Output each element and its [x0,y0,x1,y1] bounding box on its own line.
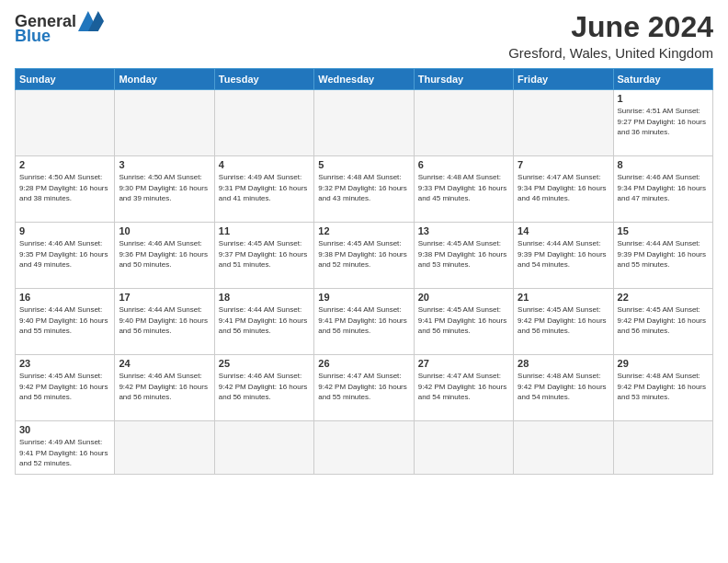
month-title: June 2024 [508,11,713,43]
calendar-day-cell: 25Sunrise: 4:46 AM Sunset: 9:42 PM Dayli… [214,355,313,421]
day-number: 20 [418,292,509,303]
day-number: 10 [119,225,210,236]
day-number: 19 [318,292,409,303]
day-number: 11 [219,225,310,236]
day-info: Sunrise: 4:44 AM Sunset: 9:39 PM Dayligh… [518,238,609,270]
calendar-day-cell: 27Sunrise: 4:47 AM Sunset: 9:42 PM Dayli… [414,355,513,421]
calendar-day-cell: 10Sunrise: 4:46 AM Sunset: 9:36 PM Dayli… [115,223,214,289]
day-number: 26 [318,358,409,369]
calendar-day-cell: 29Sunrise: 4:48 AM Sunset: 9:42 PM Dayli… [613,355,712,421]
day-info: Sunrise: 4:45 AM Sunset: 9:37 PM Dayligh… [219,238,310,270]
col-monday: Monday [115,69,214,90]
col-sunday: Sunday [16,69,115,90]
calendar-day-cell [214,421,313,475]
day-info: Sunrise: 4:46 AM Sunset: 9:35 PM Dayligh… [19,238,110,270]
calendar-day-cell: 7Sunrise: 4:47 AM Sunset: 9:34 PM Daylig… [514,156,613,223]
day-info: Sunrise: 4:49 AM Sunset: 9:31 PM Dayligh… [219,172,310,204]
day-number: 25 [219,358,310,369]
day-info: Sunrise: 4:47 AM Sunset: 9:42 PM Dayligh… [418,371,509,403]
day-number: 28 [518,358,609,369]
day-info: Sunrise: 4:46 AM Sunset: 9:34 PM Dayligh… [618,172,709,204]
day-info: Sunrise: 4:44 AM Sunset: 9:41 PM Dayligh… [219,304,310,337]
calendar-day-cell [314,90,414,156]
day-info: Sunrise: 4:48 AM Sunset: 9:32 PM Dayligh… [318,172,409,204]
calendar-day-cell: 15Sunrise: 4:44 AM Sunset: 9:39 PM Dayli… [613,223,712,289]
day-number: 5 [318,159,409,170]
day-info: Sunrise: 4:44 AM Sunset: 9:40 PM Dayligh… [19,304,110,337]
calendar-day-cell: 28Sunrise: 4:48 AM Sunset: 9:42 PM Dayli… [514,355,613,421]
header: General Blue June 2024 Gresford, Wales, … [15,11,713,61]
calendar-day-cell [613,421,712,475]
calendar-day-cell: 26Sunrise: 4:47 AM Sunset: 9:42 PM Dayli… [314,355,414,421]
day-number: 14 [518,225,609,236]
calendar-day-cell [414,421,513,475]
day-number: 8 [618,159,709,170]
logo-icon [78,11,104,31]
title-block: June 2024 Gresford, Wales, United Kingdo… [508,11,713,61]
day-number: 1 [618,93,709,104]
day-number: 24 [119,358,210,369]
day-number: 4 [219,159,310,170]
day-number: 16 [19,292,110,303]
day-info: Sunrise: 4:45 AM Sunset: 9:42 PM Dayligh… [19,371,110,403]
calendar-day-cell: 16Sunrise: 4:44 AM Sunset: 9:40 PM Dayli… [16,289,115,355]
calendar-day-cell: 1Sunrise: 4:51 AM Sunset: 9:27 PM Daylig… [613,90,712,156]
day-number: 27 [418,358,509,369]
day-number: 2 [19,159,110,170]
col-friday: Friday [514,69,613,90]
logo-blue-text: Blue [15,28,51,44]
col-tuesday: Tuesday [214,69,313,90]
calendar-day-cell: 9Sunrise: 4:46 AM Sunset: 9:35 PM Daylig… [16,223,115,289]
calendar-day-cell: 22Sunrise: 4:45 AM Sunset: 9:42 PM Dayli… [613,289,712,355]
logo: General Blue [15,11,104,44]
col-thursday: Thursday [414,69,513,90]
calendar-day-cell: 19Sunrise: 4:44 AM Sunset: 9:41 PM Dayli… [314,289,414,355]
day-info: Sunrise: 4:45 AM Sunset: 9:38 PM Dayligh… [418,238,509,270]
calendar-week-row: 30Sunrise: 4:49 AM Sunset: 9:41 PM Dayli… [16,421,713,475]
day-number: 7 [518,159,609,170]
day-number: 22 [618,292,709,303]
page: General Blue June 2024 Gresford, Wales, … [0,0,728,484]
calendar-day-cell [314,421,414,475]
day-number: 18 [219,292,310,303]
calendar-day-cell [16,90,115,156]
day-number: 13 [418,225,509,236]
day-info: Sunrise: 4:46 AM Sunset: 9:42 PM Dayligh… [219,371,310,403]
day-info: Sunrise: 4:44 AM Sunset: 9:41 PM Dayligh… [318,304,409,337]
day-info: Sunrise: 4:46 AM Sunset: 9:36 PM Dayligh… [119,238,210,270]
day-number: 15 [618,225,709,236]
day-number: 21 [518,292,609,303]
day-number: 12 [318,225,409,236]
day-number: 6 [418,159,509,170]
day-info: Sunrise: 4:44 AM Sunset: 9:39 PM Dayligh… [618,238,709,270]
calendar-day-cell: 6Sunrise: 4:48 AM Sunset: 9:33 PM Daylig… [414,156,513,223]
day-info: Sunrise: 4:51 AM Sunset: 9:27 PM Dayligh… [618,106,709,138]
day-info: Sunrise: 4:45 AM Sunset: 9:38 PM Dayligh… [318,238,409,270]
calendar-week-row: 23Sunrise: 4:45 AM Sunset: 9:42 PM Dayli… [16,355,713,421]
calendar-table: Sunday Monday Tuesday Wednesday Thursday… [15,68,713,475]
calendar-header-row: Sunday Monday Tuesday Wednesday Thursday… [16,69,713,90]
calendar-week-row: 1Sunrise: 4:51 AM Sunset: 9:27 PM Daylig… [16,90,713,156]
calendar-day-cell: 20Sunrise: 4:45 AM Sunset: 9:41 PM Dayli… [414,289,513,355]
calendar-day-cell: 2Sunrise: 4:50 AM Sunset: 9:28 PM Daylig… [16,156,115,223]
calendar-day-cell [115,90,214,156]
location: Gresford, Wales, United Kingdom [508,45,713,61]
day-info: Sunrise: 4:50 AM Sunset: 9:28 PM Dayligh… [19,172,110,204]
calendar-day-cell [514,90,613,156]
day-info: Sunrise: 4:46 AM Sunset: 9:42 PM Dayligh… [119,371,210,403]
day-info: Sunrise: 4:48 AM Sunset: 9:33 PM Dayligh… [418,172,509,204]
day-info: Sunrise: 4:50 AM Sunset: 9:30 PM Dayligh… [119,172,210,204]
calendar-day-cell: 12Sunrise: 4:45 AM Sunset: 9:38 PM Dayli… [314,223,414,289]
day-info: Sunrise: 4:44 AM Sunset: 9:40 PM Dayligh… [119,304,210,337]
day-info: Sunrise: 4:45 AM Sunset: 9:42 PM Dayligh… [618,304,709,337]
calendar-week-row: 16Sunrise: 4:44 AM Sunset: 9:40 PM Dayli… [16,289,713,355]
day-number: 17 [119,292,210,303]
calendar-day-cell [514,421,613,475]
calendar-day-cell: 11Sunrise: 4:45 AM Sunset: 9:37 PM Dayli… [214,223,313,289]
calendar-week-row: 9Sunrise: 4:46 AM Sunset: 9:35 PM Daylig… [16,223,713,289]
day-info: Sunrise: 4:45 AM Sunset: 9:41 PM Dayligh… [418,304,509,337]
col-wednesday: Wednesday [314,69,414,90]
day-number: 30 [19,424,110,435]
day-number: 29 [618,358,709,369]
day-info: Sunrise: 4:45 AM Sunset: 9:42 PM Dayligh… [518,304,609,337]
